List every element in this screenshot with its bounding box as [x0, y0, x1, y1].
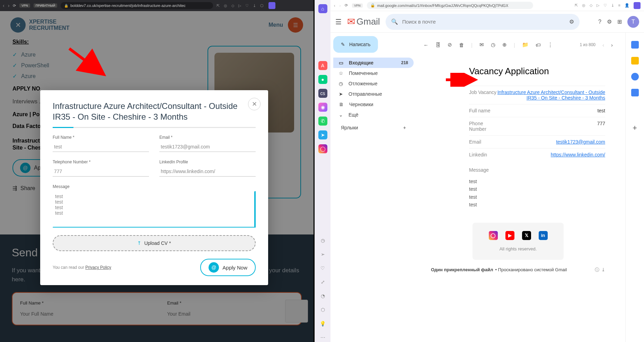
- instagram-icon[interactable]: ◯: [318, 144, 327, 153]
- nav-snoozed[interactable]: ◷Отложенные: [333, 78, 414, 89]
- upload-cv-button[interactable]: ⤒ Upload CV *: [53, 235, 256, 251]
- send-icon[interactable]: ➢: [318, 250, 327, 259]
- keep-icon[interactable]: [631, 57, 639, 65]
- attach-download-icon[interactable]: ⤓: [601, 267, 605, 272]
- heart-icon[interactable]: ♡: [245, 3, 249, 8]
- forward-icon[interactable]: ›: [339, 3, 341, 8]
- stats-icon[interactable]: ⤢: [318, 277, 327, 287]
- gmail-header: ☰ ✉ Gmail 🔍 ⚙ ? ⚙ ⊞ T: [330, 11, 644, 33]
- tasks-icon[interactable]: [631, 73, 639, 80]
- camera-icon[interactable]: ◎: [582, 3, 585, 8]
- shield-icon[interactable]: ◇: [590, 3, 592, 8]
- settings-icon[interactable]: ⚙: [607, 18, 612, 25]
- nav-inbox[interactable]: ▭Входящие218: [333, 58, 414, 68]
- play-icon[interactable]: ▷: [597, 3, 599, 8]
- apply-now-label: Apply Now: [222, 265, 247, 271]
- back-icon[interactable]: ‹: [3, 3, 5, 8]
- apply-now-button[interactable]: @ Apply Now: [200, 259, 256, 276]
- apps-icon[interactable]: ⊞: [617, 18, 622, 25]
- tel-input[interactable]: [53, 166, 149, 177]
- nav-drafts[interactable]: 🗎Черновики: [333, 99, 414, 110]
- copy-icon[interactable]: ⇱: [575, 3, 578, 8]
- history-icon[interactable]: ◷: [318, 236, 327, 245]
- calendar-icon[interactable]: [631, 41, 639, 49]
- attach-scanned: • Просканировано системой Gmail: [495, 267, 567, 272]
- prev-icon[interactable]: ‹: [602, 42, 604, 48]
- heart-icon[interactable]: ♡: [318, 264, 327, 273]
- instagram-icon[interactable]: ◯: [489, 231, 498, 240]
- cube-icon[interactable]: ⬡: [318, 305, 327, 314]
- whatsapp-icon[interactable]: ✆: [318, 117, 327, 126]
- lock-icon: 🔒: [64, 4, 68, 8]
- right-url-bar[interactable]: 🔒 mail.google.com/mail/u/1/#inbox/FMfcgz…: [367, 2, 533, 9]
- spam-icon[interactable]: ⊘: [448, 42, 452, 48]
- help-icon[interactable]: ?: [598, 19, 601, 25]
- move-icon[interactable]: 📁: [522, 42, 529, 48]
- forward-icon[interactable]: ›: [8, 3, 10, 8]
- email-footer: ◯ ▶ 𝕏 in All rights reserved.: [473, 223, 564, 260]
- shield-icon[interactable]: ◇: [231, 3, 234, 8]
- linkedin-input[interactable]: [159, 166, 256, 177]
- download-icon[interactable]: ⤓: [253, 3, 256, 8]
- email-input[interactable]: [159, 142, 256, 152]
- li-link[interactable]: https://www.linkedin.com/: [551, 152, 605, 157]
- unread-icon[interactable]: ✉: [479, 42, 484, 48]
- more-icon[interactable]: ⋮: [548, 42, 553, 48]
- menu-icon[interactable]: ≡: [618, 3, 620, 8]
- task-icon[interactable]: ⊕: [502, 42, 507, 48]
- extension-icon[interactable]: [268, 2, 275, 9]
- x-icon[interactable]: 𝕏: [522, 231, 531, 240]
- compose-button[interactable]: ✎ Написать: [333, 36, 378, 53]
- add-label-icon[interactable]: +: [403, 125, 406, 130]
- page-count: 1 из 800: [580, 42, 596, 47]
- snooze-icon[interactable]: ◷: [491, 42, 495, 48]
- back-icon[interactable]: ‹: [334, 3, 335, 8]
- bulb-icon[interactable]: 💡: [318, 319, 327, 328]
- reload-icon[interactable]: ⟳: [13, 3, 16, 8]
- fullname-label: Full Name *: [53, 135, 149, 140]
- privacy-link[interactable]: Privacy Policy: [85, 265, 111, 270]
- messenger-icon[interactable]: ◉: [318, 103, 327, 112]
- account-avatar[interactable]: T: [627, 16, 639, 28]
- play-icon[interactable]: ▷: [238, 3, 241, 8]
- app-icon-3[interactable]: cs: [318, 89, 327, 98]
- nav-starred[interactable]: ☆Помеченные: [333, 68, 414, 78]
- archive-icon[interactable]: 🗄: [435, 42, 441, 48]
- nav-more[interactable]: ⌄Ещё: [333, 110, 414, 120]
- delete-icon[interactable]: 🗑: [459, 42, 464, 48]
- back-arrow-icon[interactable]: ←: [423, 42, 429, 48]
- ext1-icon[interactable]: ⬡: [260, 3, 264, 8]
- hamburger-icon[interactable]: ☰: [335, 18, 342, 26]
- more-icon[interactable]: ⋯: [318, 333, 327, 342]
- nav-sent[interactable]: ➤Отправленные: [333, 89, 414, 99]
- close-icon[interactable]: ✕: [248, 98, 261, 110]
- app-icon-1[interactable]: A: [318, 61, 327, 70]
- add-icon[interactable]: +: [633, 123, 637, 132]
- profile-icon[interactable]: 👤: [625, 3, 629, 8]
- fullname-input[interactable]: [53, 142, 149, 152]
- linkedin-icon[interactable]: in: [539, 231, 548, 240]
- gmail-logo[interactable]: ✉ Gmail: [347, 16, 380, 27]
- reload-icon[interactable]: ⟳: [345, 3, 348, 8]
- job-link[interactable]: Infrastructure Azure Architect/Consultan…: [497, 89, 605, 101]
- camera-icon[interactable]: ◎: [224, 3, 227, 8]
- clock-icon[interactable]: ◔: [318, 291, 327, 300]
- gmail-search-input[interactable]: [402, 19, 565, 25]
- attach-info-icon[interactable]: ⓘ: [595, 267, 599, 273]
- youtube-icon[interactable]: ▶: [505, 231, 514, 240]
- label-icon[interactable]: 🏷: [536, 42, 541, 48]
- next-icon[interactable]: ›: [611, 42, 613, 48]
- download-icon[interactable]: ⤓: [611, 3, 614, 8]
- contacts-icon[interactable]: [631, 89, 639, 96]
- left-url-bar[interactable]: 🔒 bolddev7.co.uk/xpertise-recruitment/jo…: [61, 2, 213, 9]
- app-icon-2[interactable]: ●: [318, 75, 327, 84]
- tune-icon[interactable]: ⚙: [569, 18, 574, 25]
- telegram-icon[interactable]: ➤: [318, 130, 327, 139]
- gmail-search[interactable]: 🔍 ⚙: [386, 14, 580, 30]
- email-link[interactable]: testik1723@gmail.com: [556, 139, 605, 145]
- heart-icon[interactable]: ♡: [603, 3, 607, 8]
- home-icon[interactable]: ⌂: [318, 4, 327, 13]
- extension-icon[interactable]: [634, 2, 641, 9]
- share-icon[interactable]: ⇱: [217, 3, 220, 8]
- message-textarea[interactable]: [53, 191, 256, 228]
